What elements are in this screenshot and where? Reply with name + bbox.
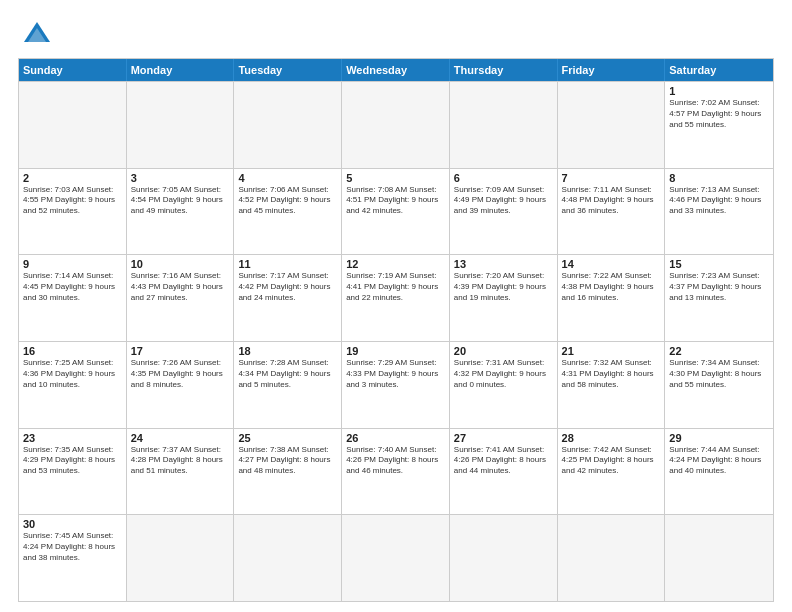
cell-info: Sunrise: 7:19 AM Sunset: 4:41 PM Dayligh… [346, 271, 445, 303]
cell-info: Sunrise: 7:28 AM Sunset: 4:34 PM Dayligh… [238, 358, 337, 390]
calendar-cell: 11Sunrise: 7:17 AM Sunset: 4:42 PM Dayli… [234, 255, 342, 341]
cell-info: Sunrise: 7:41 AM Sunset: 4:26 PM Dayligh… [454, 445, 553, 477]
calendar-cell: 8Sunrise: 7:13 AM Sunset: 4:46 PM Daylig… [665, 169, 773, 255]
calendar-cell: 24Sunrise: 7:37 AM Sunset: 4:28 PM Dayli… [127, 429, 235, 515]
cell-info: Sunrise: 7:40 AM Sunset: 4:26 PM Dayligh… [346, 445, 445, 477]
cell-date: 8 [669, 172, 769, 184]
cell-date: 6 [454, 172, 553, 184]
calendar-cell: 10Sunrise: 7:16 AM Sunset: 4:43 PM Dayli… [127, 255, 235, 341]
calendar-cell: 13Sunrise: 7:20 AM Sunset: 4:39 PM Dayli… [450, 255, 558, 341]
calendar-cell: 12Sunrise: 7:19 AM Sunset: 4:41 PM Dayli… [342, 255, 450, 341]
weekday-header: Wednesday [342, 59, 450, 81]
calendar-cell: 28Sunrise: 7:42 AM Sunset: 4:25 PM Dayli… [558, 429, 666, 515]
cell-info: Sunrise: 7:03 AM Sunset: 4:55 PM Dayligh… [23, 185, 122, 217]
cell-date: 18 [238, 345, 337, 357]
cell-date: 9 [23, 258, 122, 270]
calendar-week-row: 9Sunrise: 7:14 AM Sunset: 4:45 PM Daylig… [19, 254, 773, 341]
weekday-header: Thursday [450, 59, 558, 81]
cell-info: Sunrise: 7:06 AM Sunset: 4:52 PM Dayligh… [238, 185, 337, 217]
calendar-week-row: 16Sunrise: 7:25 AM Sunset: 4:36 PM Dayli… [19, 341, 773, 428]
calendar-week-row: 23Sunrise: 7:35 AM Sunset: 4:29 PM Dayli… [19, 428, 773, 515]
cell-info: Sunrise: 7:42 AM Sunset: 4:25 PM Dayligh… [562, 445, 661, 477]
cell-date: 13 [454, 258, 553, 270]
cell-info: Sunrise: 7:31 AM Sunset: 4:32 PM Dayligh… [454, 358, 553, 390]
cell-date: 3 [131, 172, 230, 184]
cell-date: 24 [131, 432, 230, 444]
calendar-cell: 17Sunrise: 7:26 AM Sunset: 4:35 PM Dayli… [127, 342, 235, 428]
cell-info: Sunrise: 7:22 AM Sunset: 4:38 PM Dayligh… [562, 271, 661, 303]
cell-date: 14 [562, 258, 661, 270]
cell-date: 12 [346, 258, 445, 270]
cell-date: 4 [238, 172, 337, 184]
cell-date: 28 [562, 432, 661, 444]
calendar-cell [19, 82, 127, 168]
calendar-cell: 4Sunrise: 7:06 AM Sunset: 4:52 PM Daylig… [234, 169, 342, 255]
cell-info: Sunrise: 7:38 AM Sunset: 4:27 PM Dayligh… [238, 445, 337, 477]
calendar-cell [127, 515, 235, 601]
cell-info: Sunrise: 7:37 AM Sunset: 4:28 PM Dayligh… [131, 445, 230, 477]
calendar-cell: 29Sunrise: 7:44 AM Sunset: 4:24 PM Dayli… [665, 429, 773, 515]
cell-date: 1 [669, 85, 769, 97]
calendar-cell: 25Sunrise: 7:38 AM Sunset: 4:27 PM Dayli… [234, 429, 342, 515]
calendar-cell: 26Sunrise: 7:40 AM Sunset: 4:26 PM Dayli… [342, 429, 450, 515]
calendar-cell: 7Sunrise: 7:11 AM Sunset: 4:48 PM Daylig… [558, 169, 666, 255]
calendar-cell: 9Sunrise: 7:14 AM Sunset: 4:45 PM Daylig… [19, 255, 127, 341]
cell-date: 30 [23, 518, 122, 530]
calendar-cell [127, 82, 235, 168]
calendar-cell: 27Sunrise: 7:41 AM Sunset: 4:26 PM Dayli… [450, 429, 558, 515]
cell-date: 2 [23, 172, 122, 184]
cell-info: Sunrise: 7:02 AM Sunset: 4:57 PM Dayligh… [669, 98, 769, 130]
weekday-header: Friday [558, 59, 666, 81]
calendar-cell: 16Sunrise: 7:25 AM Sunset: 4:36 PM Dayli… [19, 342, 127, 428]
cell-date: 27 [454, 432, 553, 444]
cell-info: Sunrise: 7:34 AM Sunset: 4:30 PM Dayligh… [669, 358, 769, 390]
cell-info: Sunrise: 7:29 AM Sunset: 4:33 PM Dayligh… [346, 358, 445, 390]
cell-date: 11 [238, 258, 337, 270]
weekday-header: Monday [127, 59, 235, 81]
calendar-cell: 19Sunrise: 7:29 AM Sunset: 4:33 PM Dayli… [342, 342, 450, 428]
cell-info: Sunrise: 7:17 AM Sunset: 4:42 PM Dayligh… [238, 271, 337, 303]
calendar-week-row: 1Sunrise: 7:02 AM Sunset: 4:57 PM Daylig… [19, 81, 773, 168]
calendar-cell [342, 515, 450, 601]
cell-info: Sunrise: 7:08 AM Sunset: 4:51 PM Dayligh… [346, 185, 445, 217]
cell-info: Sunrise: 7:25 AM Sunset: 4:36 PM Dayligh… [23, 358, 122, 390]
cell-date: 10 [131, 258, 230, 270]
weekday-header: Tuesday [234, 59, 342, 81]
cell-date: 19 [346, 345, 445, 357]
cell-date: 25 [238, 432, 337, 444]
cell-info: Sunrise: 7:14 AM Sunset: 4:45 PM Dayligh… [23, 271, 122, 303]
cell-date: 22 [669, 345, 769, 357]
cell-info: Sunrise: 7:16 AM Sunset: 4:43 PM Dayligh… [131, 271, 230, 303]
calendar-cell: 5Sunrise: 7:08 AM Sunset: 4:51 PM Daylig… [342, 169, 450, 255]
cell-info: Sunrise: 7:26 AM Sunset: 4:35 PM Dayligh… [131, 358, 230, 390]
calendar-header: SundayMondayTuesdayWednesdayThursdayFrid… [19, 59, 773, 81]
calendar-week-row: 2Sunrise: 7:03 AM Sunset: 4:55 PM Daylig… [19, 168, 773, 255]
cell-date: 16 [23, 345, 122, 357]
cell-date: 17 [131, 345, 230, 357]
cell-info: Sunrise: 7:23 AM Sunset: 4:37 PM Dayligh… [669, 271, 769, 303]
calendar-body: 1Sunrise: 7:02 AM Sunset: 4:57 PM Daylig… [19, 81, 773, 601]
calendar-cell: 21Sunrise: 7:32 AM Sunset: 4:31 PM Dayli… [558, 342, 666, 428]
calendar-cell: 30Sunrise: 7:45 AM Sunset: 4:24 PM Dayli… [19, 515, 127, 601]
calendar-cell: 14Sunrise: 7:22 AM Sunset: 4:38 PM Dayli… [558, 255, 666, 341]
weekday-header: Saturday [665, 59, 773, 81]
calendar-cell: 23Sunrise: 7:35 AM Sunset: 4:29 PM Dayli… [19, 429, 127, 515]
cell-date: 7 [562, 172, 661, 184]
calendar-cell [450, 82, 558, 168]
calendar-cell: 15Sunrise: 7:23 AM Sunset: 4:37 PM Dayli… [665, 255, 773, 341]
logo [18, 18, 52, 48]
page: SundayMondayTuesdayWednesdayThursdayFrid… [0, 0, 792, 612]
weekday-header: Sunday [19, 59, 127, 81]
calendar-cell [558, 515, 666, 601]
cell-info: Sunrise: 7:13 AM Sunset: 4:46 PM Dayligh… [669, 185, 769, 217]
cell-date: 15 [669, 258, 769, 270]
calendar-cell [342, 82, 450, 168]
calendar-cell [450, 515, 558, 601]
cell-info: Sunrise: 7:32 AM Sunset: 4:31 PM Dayligh… [562, 358, 661, 390]
calendar-cell [234, 82, 342, 168]
calendar-cell: 2Sunrise: 7:03 AM Sunset: 4:55 PM Daylig… [19, 169, 127, 255]
calendar-cell: 1Sunrise: 7:02 AM Sunset: 4:57 PM Daylig… [665, 82, 773, 168]
cell-info: Sunrise: 7:35 AM Sunset: 4:29 PM Dayligh… [23, 445, 122, 477]
cell-date: 23 [23, 432, 122, 444]
cell-info: Sunrise: 7:45 AM Sunset: 4:24 PM Dayligh… [23, 531, 122, 563]
